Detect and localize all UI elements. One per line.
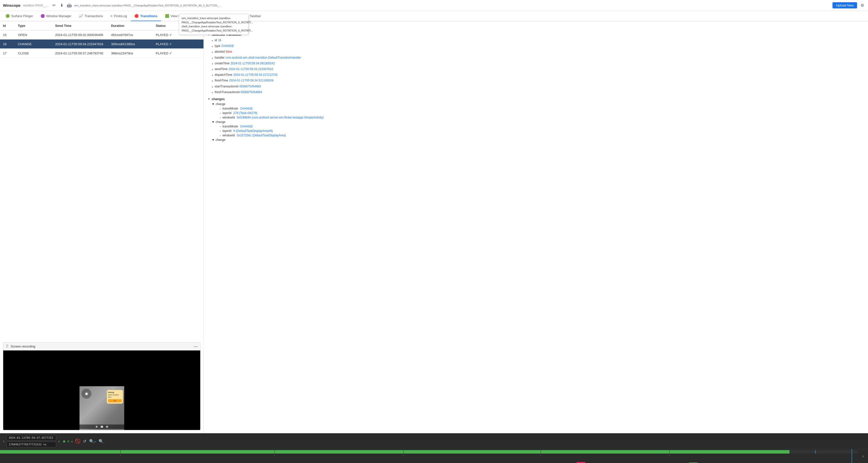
change1-layerid-key: layerId [222,111,231,115]
col-duration: Duration [111,24,156,28]
transitions-left-panel: Id Type Send Time Duration Status 15 OPE… [0,21,204,433]
check-icon: ✓ [169,33,172,37]
screen-recording-panel: ⠿ Screen recording — 🕐 Dia [3,342,200,430]
prop-createtime: ● createTime 2024-01-11T05:59:34.0913092… [208,61,864,66]
filename-display: wm_transition_trace.winscope (sandbox-PA… [74,4,223,7]
sub-bullet-icon: ● [220,112,221,115]
prop-dispatchtime-value: 2024-01-11T05:59:34.227213702 [233,72,278,77]
prop-starttransactionid-key: startTransactionId [215,84,239,89]
tab-transitions[interactable]: 🔴 Transitions [131,11,161,21]
tab-window-manager-label: Window Manager [46,14,71,18]
change-group-1-collapse-icon: ▼ [212,102,215,106]
green-indicator: ● [63,438,66,444]
bullet-icon: ● [212,85,213,89]
prev-frame-button[interactable]: ‹ [2,439,5,444]
prop-type-key: type [215,44,220,49]
zoom-out-button[interactable]: 🔍- [98,438,105,444]
selected-transition-title: Selected Transition [208,25,864,30]
change-group-1-label: change [216,102,225,106]
ns-display[interactable]: 17049527776577731532 ns [6,442,56,447]
changes-section-label: changes [212,97,225,101]
change2-transitmode-key: transitMode [222,125,238,128]
view-capture-nexuslauncher-icon: 🟩 [165,14,169,18]
upload-new-button[interactable]: Upload New [833,2,857,8]
tab-surface-flinger[interactable]: 🟢 Surface Flinger [2,11,36,21]
row-type: CHANGE [18,42,55,46]
main-content: Id Type Send Time Duration Status 15 OPE… [0,21,868,433]
table-row-selected[interactable]: 16 CHANGE 2024-01-11T05:59:34.215347816 … [0,39,204,49]
zoom-in-icon: 🔍 [89,439,94,443]
drag-handle-icon[interactable]: ⠿ [6,344,9,349]
change2-windowid-value: 0x15720dc (DefaultTaskDisplayArea) [237,134,286,137]
prop-aborted: ● aborted false [208,49,864,55]
filter-button[interactable]: ≡ ▼ [67,438,73,444]
surface-flinger-icon: 🟢 [5,14,10,18]
row-send-time: 2024-01-11T05:59:37.246793740 [55,52,111,55]
check-icon: ✓ [169,42,172,46]
prop-starttransactionid: ● startTransactionId 6506875454683 [208,84,864,89]
change-group-2-collapse-icon: ▼ [212,120,215,124]
tooltip-line1: wm_transition_trace.winscope (sandbox-PA… [182,16,246,24]
cancel-icon: 🚫 [75,439,81,444]
change2-windowid-key: windowId [222,134,235,137]
change1-windowid-value: 0xf189b94 (com.android.server.wm.flicker… [237,116,323,119]
tab-transactions[interactable]: 📈 Transactions [75,11,106,21]
filter-icon: ≡ [67,439,69,443]
tab-protolog-label: ProtoLog [114,14,127,18]
edit-icon[interactable]: ✏ [52,2,57,8]
sub-bullet-icon: ● [220,117,221,119]
prop-dispatchtime-key: dispatchTime [215,72,232,77]
cancel-button[interactable]: 🚫 [74,438,81,444]
row-duration: 305ms841390ns [111,42,156,46]
reset-zoom-button[interactable]: ↺ [82,438,87,444]
minimize-button[interactable]: — [194,344,198,349]
tab-protolog[interactable]: ≡ ProtoLog [107,11,130,21]
change-group-1-header[interactable]: ▼ change [212,102,864,106]
prop-createtime-value: 2024-01-11T05:59:34.091309242 [230,61,275,66]
change1-transitmode: ● transitMode CHANGE [212,106,864,111]
prop-handler-key: handler [215,55,224,60]
zoom-in-button[interactable]: 🔍+ [88,438,97,444]
row-duration: 386ms23479ns [111,52,156,55]
transitions-icon: 🔴 [134,14,138,18]
table-row[interactable]: 17 CLOSE 2024-01-11T05:59:37.246793740 3… [0,49,204,58]
bullet-icon: ● [212,44,213,49]
next-frame-button[interactable]: › [57,439,61,444]
prop-finishtime-key: finishTime [215,78,228,83]
prop-finishtransactionid-key: finishTransactionId [215,90,240,95]
window-manager-icon: 🟣 [40,14,45,18]
timeline-panel: ‹ 2024-01-11T05:59:37.6577315 1704952777… [0,433,868,463]
change1-layerid: ● layerId 279 (Task=9#279) [212,111,864,115]
prop-finishtransactionid: ● finishTransactionId 6506875454684 [208,89,864,95]
phone-mockup: 🕐 Dialog Some content here OK [80,350,124,430]
settings-icon[interactable]: ⚙ [860,2,865,8]
android-icon: 🤖 [67,3,72,8]
prop-starttransactionid-value: 6506875454683 [240,84,261,89]
timestamp-display[interactable]: 2024-01-11T05:59:37.6577315 [6,435,56,441]
scroll-right-button[interactable]: › [858,449,868,463]
prop-sendtime-key: sendTime [215,67,227,71]
bullet-icon: ● [212,67,213,71]
change-group-3-header[interactable]: ▼ change [212,137,864,142]
change-group-2-header[interactable]: ▼ change [212,120,864,124]
tab-window-manager[interactable]: 🟣 Window Manager [37,11,75,21]
prop-id-key: id [215,38,217,43]
change2-layerid-value: 9 (DefaultTaskDisplayArea#9) [233,129,273,133]
selected-transition-section[interactable]: ▼ Selected Transition [208,33,864,36]
tab-surface-flinger-label: Surface Flinger [11,14,33,18]
row-id: 16 [3,42,18,46]
change2-windowid: ● windowId 0x15720dc (DefaultTaskDisplay… [212,133,864,137]
check-icon: ✓ [169,51,172,55]
bullet-icon: ● [212,62,213,66]
table-row[interactable]: 15 OPEN 2024-01-11T05:59:32.000036495 49… [0,30,204,39]
sub-bullet-icon: ● [220,125,221,128]
prop-type-value: CHANGE [221,44,234,49]
row-send-time: 2024-01-11T05:59:34.215347816 [55,42,111,46]
right-panel: Selected Transition ▼ Selected Transitio… [204,21,868,433]
download-icon[interactable]: ⬇ [59,2,64,8]
change2-transitmode: ● transitMode CHANGE [212,124,864,129]
filter-dropdown-icon: ▼ [70,440,73,443]
row-status: PLAYED ✓ [156,42,200,46]
timeline-track-area[interactable]: › [0,449,868,463]
changes-section-header[interactable]: ▼ changes [208,97,864,101]
